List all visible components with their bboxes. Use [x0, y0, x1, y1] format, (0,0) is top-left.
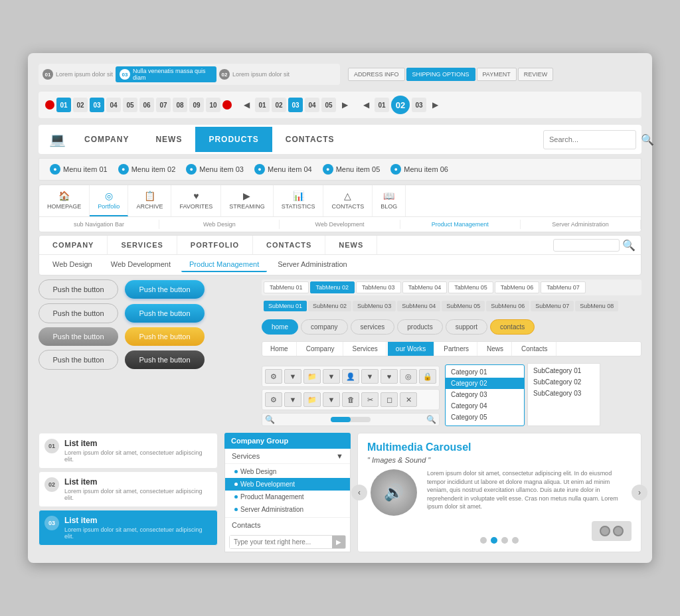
page-btn-07[interactable]: 07	[156, 98, 171, 112]
checkout-shipping[interactable]: SHIPPING OPTIONS	[406, 68, 475, 81]
dnav-partners[interactable]: Partners	[436, 342, 477, 356]
folder-btn-2[interactable]: 📁	[303, 392, 321, 407]
companynav-search-input[interactable]	[553, 239, 620, 252]
submenu-1[interactable]: SubMenu 01	[264, 301, 307, 311]
p2-02[interactable]: 02	[272, 98, 286, 112]
blue-btn-2[interactable]: Push the button	[125, 304, 205, 323]
zoom-in-icon[interactable]: 🔍	[426, 415, 436, 424]
p2-05[interactable]: 05	[321, 98, 336, 112]
p2-01[interactable]: 01	[255, 98, 270, 112]
subcat-1[interactable]: SubCategory 01	[528, 365, 600, 376]
next-arrow-3[interactable]: ▶	[428, 98, 442, 112]
subtab-serveradmin[interactable]: Server Administration	[270, 258, 355, 272]
submenu-3[interactable]: SubMenu 03	[353, 301, 396, 311]
companynav-portfolio[interactable]: PORTFOLIO	[177, 236, 253, 254]
topnav-search-input[interactable]	[549, 135, 641, 143]
checkout-review[interactable]: REVIEW	[518, 68, 554, 81]
page-btn-06[interactable]: 06	[139, 98, 154, 112]
p2-03[interactable]: 03	[288, 98, 303, 112]
wizard-step-3[interactable]: 02 Lorem ipsum dolor sit	[219, 69, 290, 80]
companynav-company[interactable]: COMPANY	[39, 236, 108, 254]
subnav-statistics[interactable]: 📊 STATISTICS	[274, 185, 324, 216]
wizard-step-2[interactable]: 03 Nulla venenatis massa quis diam	[116, 66, 216, 82]
menuitem-6[interactable]: ● Menu item 06	[386, 163, 452, 176]
subnav-blog[interactable]: 📖 BLOG	[373, 185, 406, 216]
folder-dropdown[interactable]: ▼	[323, 369, 340, 384]
p3-02[interactable]: 02	[391, 96, 410, 114]
page-btn-09[interactable]: 09	[189, 98, 204, 112]
submenu-6[interactable]: SubMenu 06	[486, 301, 529, 311]
menuitem-3[interactable]: ● Menu item 03	[182, 163, 248, 176]
dark-btn[interactable]: Push the button	[125, 350, 205, 369]
default-btn-2[interactable]: Push the button	[39, 303, 118, 323]
menuitem-4[interactable]: ● Menu item 04	[250, 163, 316, 176]
subcat-2[interactable]: SubCategory 02	[528, 376, 600, 388]
companynav-contacts[interactable]: CONTACTS	[253, 236, 325, 254]
tabmenu-5[interactable]: TabMenu 05	[448, 281, 493, 293]
service-webdesign[interactable]: Web Design	[225, 465, 350, 478]
p3-03[interactable]: 03	[412, 98, 426, 112]
companynav-services[interactable]: SERVICES	[108, 236, 177, 254]
cat-1[interactable]: Category 01	[446, 366, 524, 378]
accordion-submit-btn[interactable]: ▶	[332, 536, 345, 548]
gear-btn[interactable]: ⚙	[265, 369, 282, 384]
blue-btn-1[interactable]: Push the button	[125, 280, 205, 299]
tabmenu-3[interactable]: TabMenu 03	[356, 281, 401, 293]
accordion-input[interactable]: ▶	[229, 535, 346, 549]
checkout-payment[interactable]: PAYMENT	[477, 68, 517, 81]
tabmenu-7[interactable]: TabMenu 07	[541, 281, 586, 293]
yellow-btn[interactable]: Push the button	[125, 327, 205, 346]
submenu-7[interactable]: SubMenu 07	[531, 301, 574, 311]
gray-btn[interactable]: Push the button	[39, 327, 118, 346]
next-arrow-2[interactable]: ▶	[338, 98, 351, 112]
roundnav-company[interactable]: company	[301, 319, 348, 335]
subnav-streaming[interactable]: ▶ STREAMING	[221, 185, 274, 216]
prev-arrow-3[interactable]: ◀	[359, 98, 373, 112]
companynav-search[interactable]: 🔍	[548, 236, 641, 254]
service-serveradmin[interactable]: Server Administration	[225, 503, 350, 516]
carousel-dot-4[interactable]	[512, 537, 519, 544]
subnav-contacts[interactable]: △ CONTACTS	[323, 185, 373, 216]
subtab-webdev[interactable]: Web Development	[103, 258, 179, 272]
page-btn-05[interactable]: 05	[123, 98, 137, 112]
dnav-contacts[interactable]: Contacts	[513, 342, 556, 356]
tabmenu-2[interactable]: TabMenu 02	[310, 281, 355, 293]
user-btn[interactable]: 👤	[342, 369, 359, 384]
submenu-2[interactable]: SubMenu 02	[308, 301, 351, 311]
dnav-home[interactable]: Home	[262, 342, 297, 356]
cut-btn[interactable]: ✂	[361, 392, 379, 407]
roundnav-services[interactable]: services	[351, 319, 395, 335]
default-btn-4[interactable]: Push the button	[39, 350, 118, 370]
cat-5[interactable]: Category 05	[446, 412, 524, 423]
trash-btn[interactable]: 🗑	[342, 392, 359, 407]
submenu-5[interactable]: SubMenu 05	[442, 301, 485, 311]
topnav-company[interactable]: COMPANY	[71, 127, 142, 152]
tabmenu-6[interactable]: TabMenu 06	[495, 281, 540, 293]
services-heading[interactable]: Services ▼	[225, 449, 350, 464]
gear-dropdown[interactable]: ▼	[284, 369, 301, 384]
subnav-portfolio[interactable]: ◎ Portfolio	[90, 185, 128, 216]
topnav-search[interactable]: 🔍	[543, 130, 636, 149]
user-dropdown[interactable]: ▼	[361, 369, 379, 384]
companynav-news[interactable]: NEWS	[325, 236, 377, 254]
circle-btn[interactable]: ◎	[400, 369, 417, 384]
roundnav-products[interactable]: products	[397, 319, 442, 335]
subcat-3[interactable]: SubCategory 03	[528, 388, 600, 399]
service-webdev[interactable]: Web Development	[225, 478, 350, 491]
tabmenu-1[interactable]: TabMenu 01	[264, 281, 309, 293]
page-btn-10[interactable]: 10	[206, 98, 220, 112]
subtab-webdesign[interactable]: Web Design	[44, 258, 100, 272]
dnav-ourworks[interactable]: our Works	[388, 342, 434, 356]
cat-4[interactable]: Category 04	[446, 400, 524, 412]
p2-04[interactable]: 04	[305, 98, 319, 112]
checkout-address[interactable]: ADDRESS INFO	[348, 68, 405, 81]
accordion-text-input[interactable]	[230, 536, 332, 548]
submenu-4[interactable]: SubMenu 04	[397, 301, 440, 311]
cat-2[interactable]: Category 02	[446, 378, 524, 389]
carousel-prev[interactable]: ‹	[351, 485, 367, 501]
p3-01[interactable]: 01	[375, 98, 389, 112]
carousel-dot-3[interactable]	[501, 537, 508, 544]
topnav-contacts[interactable]: CONTACTS	[272, 127, 348, 152]
topnav-products[interactable]: PRODUCTS	[195, 127, 272, 152]
heart-btn[interactable]: ♥	[381, 369, 398, 384]
